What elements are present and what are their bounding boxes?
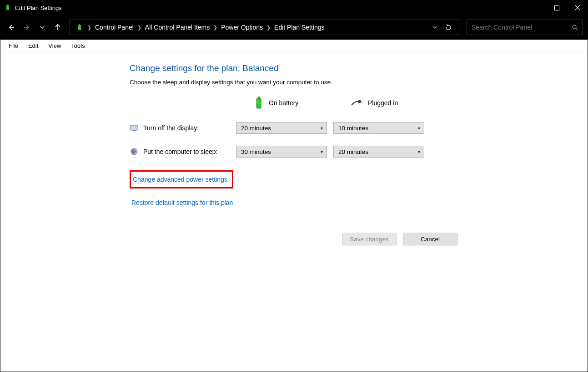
- column-header-battery-label: On battery: [269, 99, 298, 107]
- breadcrumb-item[interactable]: All Control Panel Items: [142, 22, 212, 33]
- row-display: Turn off the display:: [130, 123, 230, 132]
- address-icon: [73, 21, 86, 33]
- refresh-button[interactable]: [441, 20, 456, 35]
- column-header-battery: On battery: [236, 96, 327, 110]
- sleep-battery-value: 30 minutes: [241, 148, 271, 155]
- chevron-right-icon[interactable]: ❯: [212, 25, 218, 31]
- settings-grid: On battery Plugged in Turn off the displ…: [130, 96, 588, 158]
- page-description: Choose the sleep and display settings th…: [130, 79, 588, 86]
- app-icon: [4, 4, 11, 11]
- svg-rect-20: [133, 130, 136, 131]
- display-plugged-value: 10 minutes: [338, 125, 368, 132]
- sleep-icon: [130, 147, 139, 156]
- search-input[interactable]: [472, 24, 572, 31]
- content: Change settings for the plan: Balanced C…: [0, 52, 588, 209]
- display-battery-dropdown[interactable]: 20 minutes ▾: [236, 122, 327, 134]
- display-battery-value: 20 minutes: [241, 125, 271, 132]
- forward-button[interactable]: [20, 21, 33, 34]
- column-header-plugged: Plugged in: [333, 99, 424, 107]
- row-sleep-label: Put the computer to sleep:: [143, 148, 217, 155]
- svg-rect-9: [78, 25, 81, 30]
- display-icon: [130, 123, 139, 132]
- chevron-right-icon[interactable]: ❯: [266, 25, 271, 31]
- svg-rect-16: [358, 100, 361, 103]
- sleep-plugged-value: 20 minutes: [338, 148, 368, 155]
- breadcrumb-item[interactable]: Edit Plan Settings: [271, 22, 327, 33]
- svg-point-11: [573, 25, 576, 29]
- menu-file[interactable]: File: [4, 41, 23, 51]
- highlight-annotation: Change advanced power settings: [130, 170, 233, 189]
- menu-view[interactable]: View: [44, 41, 65, 51]
- sleep-battery-dropdown[interactable]: 30 minutes ▾: [236, 146, 327, 158]
- links-section: Change advanced power settings Restore d…: [130, 170, 588, 209]
- search-box[interactable]: [467, 20, 583, 35]
- maximize-button[interactable]: [547, 0, 567, 15]
- window-title: Edit Plan Settings: [15, 5, 62, 11]
- svg-point-15: [257, 100, 259, 104]
- cancel-button[interactable]: Cancel: [403, 233, 457, 245]
- restore-defaults-link[interactable]: Restore default settings for this plan: [130, 197, 235, 209]
- footer: Save changes Cancel: [0, 226, 588, 252]
- breadcrumb-item[interactable]: Power Options: [218, 22, 266, 33]
- titlebar: Edit Plan Settings: [0, 0, 588, 15]
- svg-rect-0: [6, 5, 9, 10]
- svg-rect-10: [79, 24, 80, 25]
- change-advanced-link[interactable]: Change advanced power settings: [131, 173, 229, 185]
- svg-rect-19: [131, 125, 138, 130]
- back-button[interactable]: [5, 21, 18, 34]
- navbar: ❯ Control Panel ❯ All Control Panel Item…: [0, 15, 588, 40]
- address-dropdown-icon[interactable]: [429, 25, 441, 30]
- recent-locations-button[interactable]: [36, 21, 49, 34]
- page-title: Change settings for the plan: Balanced: [130, 63, 588, 73]
- svg-rect-14: [258, 97, 260, 98]
- menubar: File Edit View Tools: [0, 40, 588, 52]
- plug-icon: [351, 99, 363, 107]
- minimize-button[interactable]: [526, 0, 547, 15]
- close-button[interactable]: [567, 0, 588, 15]
- chevron-down-icon: ▾: [418, 149, 420, 154]
- svg-line-12: [576, 28, 578, 30]
- chevron-right-icon[interactable]: ❯: [86, 25, 92, 31]
- menu-edit[interactable]: Edit: [24, 41, 43, 51]
- sleep-plugged-dropdown[interactable]: 20 minutes ▾: [333, 146, 424, 158]
- menu-tools[interactable]: Tools: [66, 41, 89, 51]
- battery-icon: [253, 96, 264, 110]
- address-bar[interactable]: ❯ Control Panel ❯ All Control Panel Item…: [70, 20, 459, 35]
- search-icon[interactable]: [572, 24, 578, 31]
- chevron-down-icon: ▾: [321, 149, 323, 154]
- chevron-right-icon[interactable]: ❯: [136, 25, 142, 31]
- up-button[interactable]: [51, 21, 64, 34]
- save-button[interactable]: Save changes: [342, 233, 397, 245]
- column-header-plugged-label: Plugged in: [368, 99, 398, 107]
- svg-rect-3: [555, 5, 559, 10]
- row-display-label: Turn off the display:: [143, 124, 199, 132]
- row-sleep: Put the computer to sleep:: [130, 147, 230, 156]
- breadcrumb-item[interactable]: Control Panel: [92, 22, 136, 33]
- chevron-down-icon: ▾: [418, 126, 420, 131]
- svg-rect-1: [7, 5, 9, 6]
- display-plugged-dropdown[interactable]: 10 minutes ▾: [333, 122, 424, 134]
- chevron-down-icon: ▾: [321, 126, 323, 131]
